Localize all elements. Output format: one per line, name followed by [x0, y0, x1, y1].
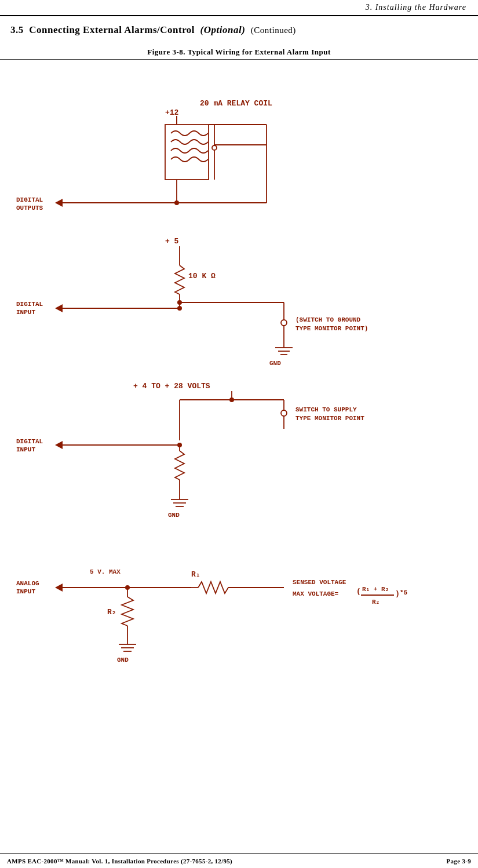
footer-right: Page 3-9 — [447, 858, 471, 865]
digital-outputs-arrow — [55, 199, 63, 207]
formula-paren-open: ( — [356, 587, 361, 596]
section-continued: (Continued) — [251, 25, 296, 35]
page-header: 3. Installing the Hardware — [0, 0, 478, 16]
circuit-diagram: .circ { stroke: #8B1A00; fill: none; str… — [0, 64, 478, 840]
max-voltage-label: MAX VOLTAGE= — [293, 590, 339, 597]
switch-supply-label2: TYPE MONITOR POINT — [295, 415, 364, 422]
diagram-container: .circ { stroke: #8B1A00; fill: none; str… — [0, 64, 478, 840]
r1-label: R₁ — [191, 570, 200, 579]
svg-point-4 — [212, 145, 217, 150]
digital-input1-label: DIGITAL — [16, 301, 43, 308]
analog-input-label: ANALOG — [16, 580, 39, 587]
analog-input-label2: INPUT — [16, 588, 35, 595]
ten-k-ohm-label: 10 K Ω — [188, 272, 216, 280]
digital-input2-label2: INPUT — [16, 446, 35, 453]
formula-r1r2: R₁ + R₂ — [362, 586, 389, 593]
figure-caption-text: Figure 3-8. Typical Wiring for External … — [147, 48, 331, 56]
switch-supply-label: SWITCH TO SUPPLY — [295, 406, 357, 413]
section-heading: 3.5 Connecting External Alarms/Control (… — [10, 24, 296, 36]
digital-input2-arrow — [55, 441, 63, 449]
section-title: Connecting External Alarms/Control — [29, 24, 195, 35]
svg-point-22 — [177, 306, 182, 311]
header-title: 3. Installing the Hardware — [366, 3, 466, 12]
relay-coil-label: 20 mA RELAY COIL — [200, 99, 272, 108]
formula-r2-denom: R₂ — [372, 599, 380, 606]
five-v-max-label: 5 V. MAX — [90, 568, 121, 575]
svg-point-23 — [281, 320, 287, 326]
digital-outputs-label: DIGITAL — [16, 196, 43, 203]
gnd1-label: GND — [269, 360, 281, 367]
digital-outputs-label2: OUTPUTS — [16, 205, 43, 211]
sensed-voltage-label: SENSED VOLTAGE — [293, 579, 346, 586]
plus12-label: +12 — [165, 108, 179, 117]
digital-input1-label2: INPUT — [16, 309, 35, 316]
svg-point-33 — [281, 410, 287, 416]
section-number: 3.5 — [10, 24, 24, 35]
gnd2-label: GND — [168, 512, 180, 519]
switch-ground-label: (SWITCH TO GROUND — [295, 316, 361, 323]
plus4to28-label: + 4 TO + 28 VOLTS — [133, 382, 210, 391]
section-optional: (Optional) — [200, 24, 246, 35]
figure-caption: Figure 3-8. Typical Wiring for External … — [0, 48, 478, 60]
switch-ground-label2: TYPE MONITOR POINT) — [295, 325, 368, 332]
plus5-label: + 5 — [165, 237, 179, 246]
formula-times5: *5 — [400, 589, 408, 596]
page-footer: AMPS EAC-2000™ Manual: Vol. 1, Installat… — [0, 853, 478, 868]
analog-input-arrow — [55, 583, 63, 592]
footer-left: AMPS EAC-2000™ Manual: Vol. 1, Installat… — [7, 858, 232, 865]
gnd3-label: GND — [117, 657, 129, 663]
r2-label: R₂ — [107, 608, 116, 617]
digital-input1-arrow — [55, 304, 63, 312]
digital-input2-label: DIGITAL — [16, 438, 43, 445]
formula-paren-close: ) — [395, 589, 400, 598]
